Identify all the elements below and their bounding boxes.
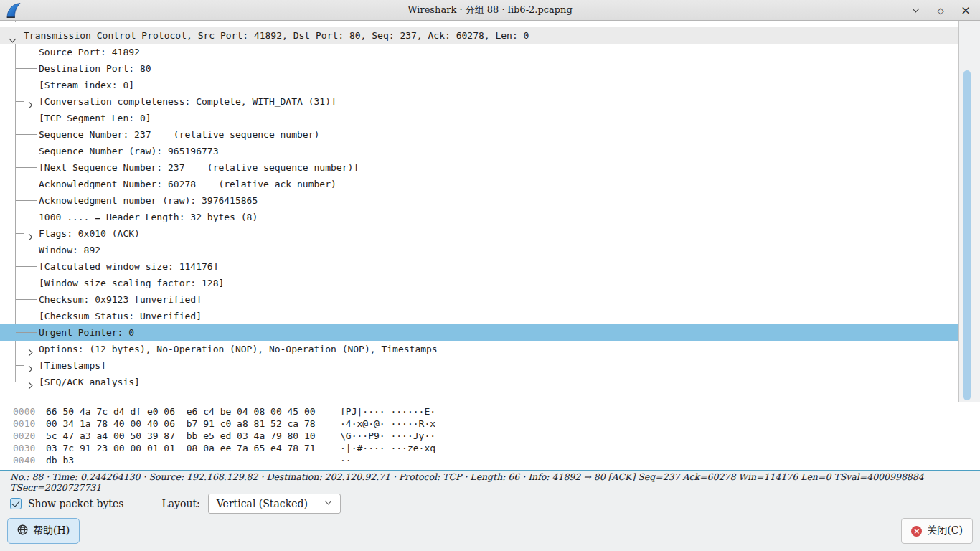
tree-branch-line — [16, 200, 37, 201]
tree-row-label: Destination Port: 80 — [39, 63, 151, 74]
help-button[interactable]: 帮助(H) — [7, 518, 80, 544]
tree-branch-line — [16, 283, 37, 283]
tree-row[interactable]: [Window size scaling factor: 128] — [0, 275, 958, 291]
hex-ascii[interactable]: ·4·x@·@· ·····R·x — [340, 418, 435, 429]
chevron-down-icon — [324, 498, 331, 505]
tree-row[interactable]: [Checksum Status: Unverified] — [0, 308, 958, 324]
tree-row[interactable]: [Stream index: 0] — [0, 77, 958, 93]
hex-line[interactable]: 0040db b3·· — [0, 454, 980, 466]
hex-bytes[interactable]: 00 34 1a 78 40 00 40 06 b7 91 c0 a8 81 5… — [46, 418, 330, 429]
hex-offset: 0030 — [13, 443, 46, 453]
tree-row[interactable]: Source Port: 41892 — [0, 44, 958, 60]
hex-bytes[interactable]: 5c 47 a3 a4 00 50 39 87 bb e5 ed 03 4a 7… — [46, 430, 330, 441]
hex-ascii[interactable]: \G···P9· ····Jy·· — [340, 430, 435, 441]
tree-row[interactable]: Sequence Number (raw): 965196773 — [0, 143, 958, 159]
close-icon: × — [911, 526, 922, 537]
tree-row[interactable]: Options: (12 bytes), No-Operation (NOP),… — [0, 341, 958, 357]
expand-arrow-icon[interactable] — [27, 347, 32, 357]
expand-arrow-icon[interactable] — [27, 380, 32, 390]
maximize-icon[interactable]: ◇ — [935, 5, 946, 17]
expand-arrow-icon[interactable] — [27, 231, 32, 242]
tree-row-label: Window: 892 — [39, 245, 100, 255]
close-window-icon[interactable]: × — [960, 5, 971, 17]
tree-scrollbar[interactable] — [958, 21, 980, 402]
tree-row[interactable]: [Conversation completeness: Complete, WI… — [0, 93, 958, 110]
hex-bytes[interactable]: 66 50 4a 7c d4 df e0 06 e6 c4 be 04 08 0… — [46, 406, 330, 417]
show-packet-bytes-label[interactable]: Show packet bytes — [28, 498, 123, 509]
help-icon — [17, 524, 28, 537]
hex-line[interactable]: 003003 7c 91 23 00 00 01 01 08 0a ee 7a … — [0, 442, 980, 454]
tree-row-label: Checksum: 0x9123 [unverified] — [39, 294, 202, 305]
tree-row-label: [Window size scaling factor: 128] — [39, 278, 224, 288]
tree-row[interactable]: Urgent Pointer: 0 — [0, 324, 958, 341]
tree-row-label: [Stream index: 0] — [39, 80, 134, 90]
hex-bytes[interactable]: db b3 — [46, 455, 330, 466]
packet-detail-tree: Transmission Control Protocol, Src Port:… — [0, 21, 958, 402]
hex-offset: 0020 — [13, 430, 46, 441]
tree-row[interactable]: Flags: 0x010 (ACK) — [0, 225, 958, 242]
hex-line[interactable]: 00205c 47 a3 a4 00 50 39 87 bb e5 ed 03 … — [0, 430, 980, 442]
tree-branch-line — [16, 349, 24, 349]
tree-row[interactable]: [Next Sequence Number: 237 (relative seq… — [0, 159, 958, 176]
tree-row[interactable]: [Calculated window size: 114176] — [0, 258, 958, 275]
tree-row[interactable]: Transmission Control Protocol, Src Port:… — [0, 27, 958, 44]
tree-row-label: [SEQ/ACK analysis] — [39, 377, 140, 387]
hex-ascii[interactable]: ·· — [340, 455, 352, 466]
expand-arrow-icon[interactable] — [27, 99, 32, 110]
dialog-controls: Show packet bytes Layout: Vertical (Stac… — [0, 492, 980, 515]
tree-branch-line — [16, 184, 37, 184]
tree-branch-line — [16, 217, 37, 217]
layout-select[interactable]: Vertical (Stacked) — [208, 494, 341, 514]
tree-branch-line — [16, 299, 37, 300]
tree-branch-line — [16, 68, 37, 69]
tree-branch-line — [16, 365, 24, 366]
hex-offset: 0000 — [13, 406, 46, 417]
tree-branch-line — [16, 382, 24, 382]
tree-row-label: [Timestamps] — [39, 360, 106, 371]
help-button-label: 帮助(H) — [33, 524, 70, 537]
tree-branch-line — [16, 332, 37, 333]
tree-row-label: 1000 .... = Header Length: 32 bytes (8) — [39, 212, 258, 222]
scrollbar-thumb[interactable] — [963, 70, 971, 400]
tree-branch-line — [16, 316, 37, 316]
hex-offset: 0040 — [13, 455, 46, 466]
tree-row-label: Source Port: 41892 — [39, 47, 140, 57]
tree-branch-line — [16, 134, 37, 135]
tree-row-label: Urgent Pointer: 0 — [39, 327, 134, 338]
tree-row-label: Sequence Number (raw): 965196773 — [39, 146, 218, 156]
expand-arrow-icon[interactable] — [27, 363, 32, 374]
tree-row[interactable]: Checksum: 0x9123 [unverified] — [0, 291, 958, 308]
tree-row[interactable]: 1000 .... = Header Length: 32 bytes (8) — [0, 209, 958, 225]
hex-offset: 0010 — [13, 418, 46, 429]
dialog-button-row: 帮助(H) × 关闭(C) — [0, 518, 980, 547]
show-packet-bytes-checkbox[interactable] — [10, 498, 22, 509]
tree-branch-line — [16, 167, 37, 168]
tree-row-label: Acknowledgment Number: 60278 (relative a… — [39, 179, 336, 189]
packet-summary-text: No.: 88 · Time: 0.244264130 · Source: 19… — [10, 471, 980, 493]
tree-branch-line — [16, 233, 24, 234]
tree-row[interactable]: [SEQ/ACK analysis] — [0, 374, 958, 390]
hex-line[interactable]: 000066 50 4a 7c d4 df e0 06 e6 c4 be 04 … — [0, 405, 980, 418]
tree-row-label: Transmission Control Protocol, Src Port:… — [24, 30, 529, 41]
hex-line[interactable]: 001000 34 1a 78 40 00 40 06 b7 91 c0 a8 … — [0, 418, 980, 430]
tree-branch-line — [16, 118, 37, 118]
hex-ascii[interactable]: fPJ|···· ······E· — [340, 406, 435, 417]
tree-row[interactable]: Acknowledgment Number: 60278 (relative a… — [0, 176, 958, 192]
tree-row[interactable]: [Timestamps] — [0, 357, 958, 374]
tree-row[interactable]: [TCP Segment Len: 0] — [0, 110, 958, 126]
hex-bytes[interactable]: 03 7c 91 23 00 00 01 01 08 0a ee 7a 65 e… — [46, 443, 330, 453]
tree-row[interactable]: Destination Port: 80 — [0, 60, 958, 77]
layout-select-value: Vertical (Stacked) — [217, 498, 308, 509]
tree-row-label: [Checksum Status: Unverified] — [39, 311, 202, 321]
minimize-icon[interactable] — [910, 5, 921, 17]
tree-row[interactable]: Sequence Number: 237 (relative sequence … — [0, 126, 958, 143]
close-button[interactable]: × 关闭(C) — [901, 518, 973, 544]
collapse-arrow-icon[interactable] — [10, 33, 15, 44]
tree-branch-line — [16, 101, 24, 102]
tree-row[interactable]: Window: 892 — [0, 242, 958, 258]
tree-row[interactable]: Acknowledgment number (raw): 3976415865 — [0, 192, 958, 209]
hex-ascii[interactable]: ·|·#···· ···ze·xq — [340, 443, 435, 453]
tree-branch-line — [16, 85, 37, 85]
tree-branch-line — [16, 250, 37, 250]
tree-row-label: Flags: 0x010 (ACK) — [39, 228, 140, 239]
